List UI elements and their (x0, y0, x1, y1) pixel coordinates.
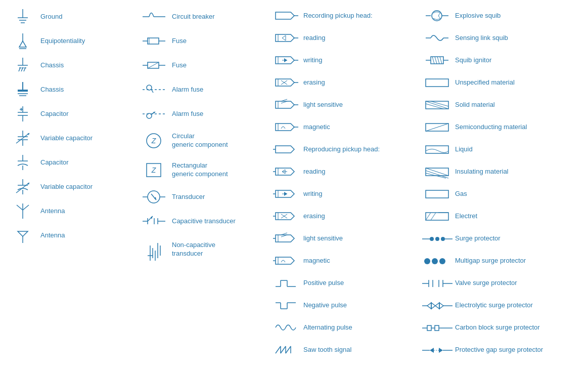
svg-marker-85 (276, 34, 294, 42)
symbol-antenna1 (9, 201, 36, 221)
item-reproducing-head: Reproducing pickup head: (270, 139, 422, 160)
symbol-writing2 (272, 186, 299, 201)
item-variable-capacitor: Variable capacitor (8, 127, 139, 150)
svg-line-54 (148, 62, 159, 68)
symbol-sensing-link-squib (423, 30, 451, 46)
item-squib-ignitor: Squib ignitor (422, 50, 588, 71)
item-reading1: reading (270, 27, 422, 49)
label-non-capacitive-transducer: Non-capacitive transducer (172, 241, 215, 258)
item-transducer: Transducer (139, 185, 270, 209)
label-magnetic1: magnetic (303, 123, 330, 132)
svg-marker-196 (427, 303, 431, 309)
item-saw-tooth: Saw tooth signal (270, 339, 422, 360)
svg-marker-83 (276, 12, 294, 19)
item-semiconducting-material: Semiconducting material (422, 116, 588, 138)
svg-marker-129 (276, 257, 294, 264)
svg-line-142 (276, 346, 281, 353)
item-writing1: writing (270, 50, 422, 71)
svg-marker-44 (18, 231, 28, 236)
label-circuit-breaker: Circuit breaker (172, 13, 215, 21)
symbol-protective-gap (423, 344, 451, 356)
label-variable-capacitor2: Variable capacitor (40, 183, 93, 191)
item-alarm-fuse2: Alarm fuse (139, 102, 270, 126)
symbol-explosive-squib (423, 8, 451, 23)
label-antenna2: Antenna (40, 231, 65, 240)
symbol-electrolytic-surge-protector (423, 299, 451, 312)
item-capacitor: Capacitor (8, 102, 139, 126)
label-capacitor2: Capacitor (40, 158, 69, 167)
item-alternating-pulse: Alternating pulse (270, 317, 422, 338)
symbol-multigap-surge-protector (423, 255, 451, 267)
label-chassis1: Chassis (40, 61, 64, 70)
label-rectangular-generic: Rectangular generic component (172, 161, 228, 179)
svg-line-161 (437, 57, 439, 64)
label-alarm-fuse1: Alarm fuse (172, 86, 203, 94)
item-antenna1: Antenna (8, 199, 139, 223)
label-solid-material: Solid material (455, 101, 495, 109)
item-equipotentiality: Equipotentiality (8, 29, 139, 53)
label-equipotentiality: Equipotentiality (40, 37, 85, 46)
label-erasing2: erasing (303, 212, 325, 221)
symbol-unspecified-material (423, 76, 451, 89)
svg-text:Z: Z (151, 137, 156, 145)
main-grid: Ground Equipotentiality (8, 5, 580, 362)
svg-line-162 (440, 57, 442, 64)
label-insulating-material: Insulating material (455, 168, 509, 176)
svg-marker-104 (276, 124, 294, 131)
label-fuse1: Fuse (172, 37, 187, 46)
label-chassis2: Chassis (40, 86, 64, 94)
item-electrolytic-surge-protector: Electrolytic surge protector (422, 295, 588, 316)
symbol-antenna2 (9, 225, 36, 246)
svg-marker-207 (430, 348, 434, 353)
item-solid-material: Solid material (422, 94, 588, 115)
svg-marker-198 (435, 303, 439, 309)
svg-rect-176 (426, 190, 448, 198)
svg-marker-94 (276, 79, 294, 86)
label-recording-head: Recording pickup head: (303, 12, 373, 20)
item-circuit-breaker: Circuit breaker (139, 5, 270, 28)
item-positive-pulse: Positive pulse (270, 272, 422, 294)
svg-point-58 (147, 113, 152, 118)
symbol-fuse1 (140, 31, 168, 51)
col2: Circuit breaker Fuse (139, 5, 270, 367)
symbol-squib-ignitor (423, 53, 451, 68)
svg-line-10 (19, 68, 20, 71)
label-protective-gap: Protective gap surge protector (455, 346, 543, 354)
item-variable-capacitor2: Variable capacitor (8, 175, 139, 198)
label-carbon-block: Carbon block surge protector (455, 323, 540, 332)
symbol-solid-material (423, 99, 451, 111)
symbol-carbon-block (423, 321, 451, 334)
label-light-sensitive1: light sensitive (303, 101, 343, 109)
label-gas: Gas (455, 190, 467, 198)
symbol-circuit-breaker (140, 7, 168, 27)
symbol-reading2 (272, 164, 299, 179)
svg-line-159 (432, 57, 434, 64)
label-erasing1: erasing (303, 78, 325, 87)
symbol-reading1 (272, 30, 299, 46)
label-positive-pulse: Positive pulse (303, 279, 344, 288)
item-valve-surge-protector: Valve surge protector (422, 272, 588, 294)
symbol-saw-tooth (272, 342, 299, 357)
svg-marker-99 (276, 101, 294, 108)
symbol-capacitor2 (9, 152, 36, 173)
item-capacitive-transducer: Capacitive transducer (139, 210, 270, 233)
symbol-circular-generic: Z (140, 128, 168, 153)
symbol-surge-protector (423, 232, 451, 245)
item-protective-gap: Protective gap surge protector (422, 339, 588, 360)
symbol-capacitor (9, 104, 36, 124)
svg-marker-209 (439, 348, 443, 353)
item-non-capacitive-transducer: Non-capacitive transducer (139, 234, 270, 265)
svg-line-170 (426, 124, 448, 131)
item-erasing1: erasing (270, 72, 422, 93)
item-erasing2: erasing (270, 206, 422, 227)
item-alarm-fuse1: Alarm fuse (139, 78, 270, 101)
symbol-erasing1 (272, 75, 299, 90)
svg-point-182 (430, 237, 434, 241)
label-reading1: reading (303, 34, 325, 43)
item-fuse1: Fuse (139, 29, 270, 53)
symbol-capacitive-transducer (140, 211, 168, 231)
svg-line-144 (281, 346, 286, 353)
symbol-positive-step (272, 364, 299, 367)
svg-point-186 (424, 258, 430, 264)
svg-rect-203 (435, 325, 439, 331)
